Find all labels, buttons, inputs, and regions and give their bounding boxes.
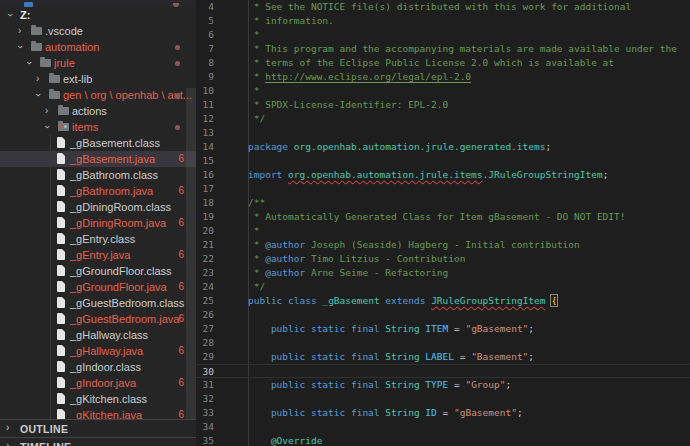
- code-token: =: [448, 379, 465, 390]
- code-token: public static final: [271, 379, 380, 390]
- line-number[interactable]: 11: [196, 98, 214, 112]
- line-number[interactable]: 17: [196, 182, 214, 196]
- tree-item-_gentry.java[interactable]: _gEntry.java6: [0, 247, 196, 263]
- tree-item-jrule[interactable]: jrule: [0, 55, 196, 71]
- line-number[interactable]: 5: [196, 14, 214, 28]
- tree-item-_ghallway.class[interactable]: _gHallway.class: [0, 327, 196, 343]
- code-line[interactable]: 6 *: [196, 28, 690, 42]
- tree-item-_ggroundfloor.java[interactable]: _gGroundFloor.java6: [0, 279, 196, 295]
- tree-item-.vscode[interactable]: .vscode: [0, 23, 196, 39]
- tree-item-_gdiningroom.class[interactable]: _gDiningRoom.class: [0, 199, 196, 215]
- tree-item-actions[interactable]: actions: [0, 103, 196, 119]
- line-number[interactable]: 18: [196, 196, 214, 210]
- line-number[interactable]: 23: [196, 266, 214, 280]
- code-line[interactable]: 32: [196, 392, 690, 406]
- chevron-down-icon: [18, 40, 28, 54]
- tree-item-_gbasement.class[interactable]: _gBasement.class: [0, 135, 196, 151]
- code-line[interactable]: 23 * @author Arne Seime - Refactoring: [196, 266, 690, 280]
- code-line[interactable]: 7 * This program and the accompanying ma…: [196, 42, 690, 56]
- code-line[interactable]: 20 *: [196, 224, 690, 238]
- line-number[interactable]: 31: [196, 378, 214, 392]
- line-number[interactable]: 35: [196, 434, 214, 446]
- code-line[interactable]: 16import org.openhab.automation.jrule.it…: [196, 168, 690, 182]
- line-number[interactable]: 13: [196, 126, 214, 140]
- code-line[interactable]: 21 * @author Joseph (Seaside) Hagberg - …: [196, 238, 690, 252]
- tree-item-_ggroundfloor.class[interactable]: _gGroundFloor.class: [0, 263, 196, 279]
- line-number[interactable]: 24: [196, 280, 214, 294]
- tree-item-_gdiningroom.java[interactable]: _gDiningRoom.java6: [0, 215, 196, 231]
- line-number[interactable]: 20: [196, 224, 214, 238]
- line-number[interactable]: 33: [196, 406, 214, 420]
- tree-item-_gkitchen.java[interactable]: _gKitchen.java6: [0, 407, 196, 419]
- tree-item-_gguestbedroom.class[interactable]: _gGuestBedroom.class: [0, 295, 196, 311]
- tree-item-_gbathroom.class[interactable]: _gBathroom.class: [0, 167, 196, 183]
- code-line[interactable]: 25public class _gBasement extends JRuleG…: [196, 294, 690, 308]
- code-line[interactable]: 29 public static final String LABEL = "B…: [196, 350, 690, 364]
- code-line[interactable]: 34: [196, 420, 690, 434]
- tree-item-_ghallway.java[interactable]: _gHallway.java6: [0, 343, 196, 359]
- line-number[interactable]: 28: [196, 336, 214, 350]
- code-line[interactable]: 5 * information.: [196, 14, 690, 28]
- tree-item-ext-lib[interactable]: ext-lib: [0, 71, 196, 87]
- line-number[interactable]: 14: [196, 140, 214, 154]
- code-line[interactable]: 4 * See the NOTICE file(s) distributed w…: [196, 0, 690, 14]
- tree-item-_gindoor.java[interactable]: _gIndoor.java6: [0, 375, 196, 391]
- line-number[interactable]: 8: [196, 56, 214, 70]
- code-link[interactable]: http://www.eclipse.org/legal/epl-2.0: [265, 71, 471, 82]
- line-number[interactable]: 15: [196, 154, 214, 168]
- line-number[interactable]: 34: [196, 420, 214, 434]
- file-icon: [57, 265, 65, 276]
- code-line[interactable]: 27 public static final String ITEM = "gB…: [196, 322, 690, 336]
- tree-item-_gindoor.class[interactable]: _gIndoor.class: [0, 359, 196, 375]
- tree-item-_gbathroom.java[interactable]: _gBathroom.java6: [0, 183, 196, 199]
- line-number[interactable]: 32: [196, 392, 214, 406]
- line-number[interactable]: 10: [196, 84, 214, 98]
- tree-item-_gbasement.java[interactable]: _gBasement.java6: [0, 151, 196, 167]
- tree-item-_gkitchen.class[interactable]: _gKitchen.class: [0, 391, 196, 407]
- line-number[interactable]: 22: [196, 252, 214, 266]
- code-line[interactable]: 22 * @author Timo Litzius - Contribution: [196, 252, 690, 266]
- code-line[interactable]: 18/**: [196, 196, 690, 210]
- line-number[interactable]: 29: [196, 350, 214, 364]
- code-line[interactable]: 33 public static final String ID = "gBas…: [196, 406, 690, 420]
- line-number[interactable]: 27: [196, 322, 214, 336]
- line-number[interactable]: 6: [196, 28, 214, 42]
- tree-item-gen-org-openhab-aut...[interactable]: gen \ org \ openhab \ aut...: [0, 87, 196, 103]
- code-token: "gBasement": [454, 407, 517, 418]
- line-number[interactable]: 21: [196, 238, 214, 252]
- line-number[interactable]: 9: [196, 70, 214, 84]
- line-number[interactable]: 26: [196, 308, 214, 322]
- code-line[interactable]: 19 * Automatically Generated Class for I…: [196, 210, 690, 224]
- tree-item-_gentry.class[interactable]: _gEntry.class: [0, 231, 196, 247]
- code-line[interactable]: 30: [196, 364, 690, 378]
- outline-section-header[interactable]: › OUTLINE: [0, 419, 196, 437]
- tree-item-z-[interactable]: Z:: [0, 7, 196, 23]
- code-line[interactable]: 13: [196, 126, 690, 140]
- code-editor[interactable]: 4 * See the NOTICE file(s) distributed w…: [196, 0, 690, 446]
- line-number[interactable]: 19: [196, 210, 214, 224]
- line-number[interactable]: 12: [196, 112, 214, 126]
- code-line[interactable]: 35 @Override: [196, 434, 690, 446]
- code-line[interactable]: 24 */: [196, 280, 690, 294]
- code-line[interactable]: 8 * terms of the Eclipse Public License …: [196, 56, 690, 70]
- code-line[interactable]: 17: [196, 182, 690, 196]
- tree-scrollbar[interactable]: [186, 88, 196, 446]
- code-line[interactable]: 14package org.openhab.automation.jrule.g…: [196, 140, 690, 154]
- line-number[interactable]: 16: [196, 168, 214, 182]
- timeline-section-header[interactable]: › TIMELINE: [0, 437, 196, 446]
- line-number[interactable]: 7: [196, 42, 214, 56]
- tree-item-automation[interactable]: automation: [0, 39, 196, 55]
- code-line[interactable]: 31 public static final String TYPE = "Gr…: [196, 378, 690, 392]
- code-line[interactable]: 11 * SPDX-License-Identifier: EPL-2.0: [196, 98, 690, 112]
- tree-item-_gguestbedroom.java[interactable]: _gGuestBedroom.java6: [0, 311, 196, 327]
- code-line[interactable]: 12 */: [196, 112, 690, 126]
- line-number[interactable]: 30: [196, 365, 214, 379]
- code-line[interactable]: 15: [196, 154, 690, 168]
- line-number[interactable]: 25: [196, 294, 214, 308]
- code-line[interactable]: 9 * http://www.eclipse.org/legal/epl-2.0: [196, 70, 690, 84]
- line-number[interactable]: 4: [196, 0, 214, 14]
- code-line[interactable]: 26: [196, 308, 690, 322]
- code-line[interactable]: 10 *: [196, 84, 690, 98]
- tree-item-items[interactable]: items: [0, 119, 196, 135]
- code-line[interactable]: 28: [196, 336, 690, 350]
